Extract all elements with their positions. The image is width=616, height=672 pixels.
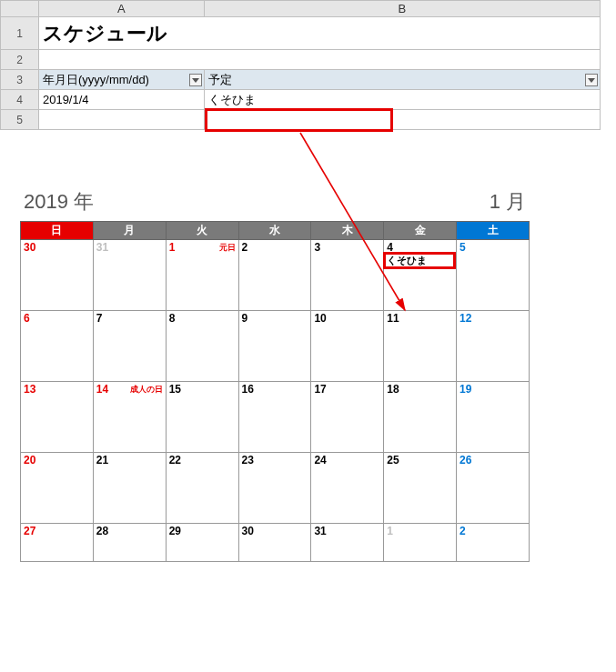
daynum: 18 [387,383,453,396]
day-cell[interactable]: 29 [166,524,238,562]
day-cell[interactable]: 17 [311,382,384,453]
daynum: 26 [459,454,526,466]
day-cell[interactable]: 18 [384,382,457,453]
daynum: 1 [387,525,453,537]
filter-dropdown-icon[interactable] [585,74,598,86]
calendar-month-label: 1 月 [490,188,526,216]
daynum: 27 [24,525,90,537]
day-cell[interactable]: 1元日 [166,240,238,311]
cell-date-value[interactable]: 2019/1/4 [38,90,204,110]
day-cell[interactable]: 9 [238,311,311,382]
day-cell[interactable]: 5 [457,240,530,311]
daynum: 2 [459,525,526,537]
daynum: 5 [459,241,526,254]
row-header-1[interactable]: 1 [1,17,39,50]
day-cell[interactable]: 13 [21,382,94,453]
dow-mon: 月 [93,222,166,240]
daynum: 31 [314,525,380,537]
header-event-label: 予定 [208,73,232,86]
daynum: 8 [169,312,236,325]
day-cell[interactable]: 12 [457,311,530,382]
page-title: スケジュール [43,22,167,45]
day-cell[interactable]: 8 [166,311,238,382]
daynum: 7 [96,312,163,325]
day-cell[interactable]: 28 [93,524,166,562]
day-cell[interactable]: 19 [457,382,530,453]
day-cell[interactable]: 6 [21,311,94,382]
calendar-table: 日 月 火 水 木 金 土 30 31 1元日 2 3 4くそひま 5 6 7 … [20,221,530,562]
dow-thu: 木 [311,222,384,240]
column-header-B[interactable]: B [204,1,600,17]
daynum: 28 [96,525,163,537]
day-cell[interactable]: 22 [166,453,238,524]
day-cell[interactable]: 16 [238,382,311,453]
daynum: 3 [314,241,380,254]
day-cell[interactable]: 30 [21,240,94,311]
cell-A5[interactable] [38,110,204,130]
day-cell[interactable]: 21 [93,453,166,524]
day-cell[interactable]: 7 [93,311,166,382]
column-header-A[interactable]: A [38,1,204,17]
cell-title[interactable]: スケジュール [38,17,600,50]
filter-dropdown-icon[interactable] [189,74,202,86]
day-cell[interactable]: 24 [311,453,384,524]
daynum: 30 [242,525,308,537]
row-header-4[interactable]: 4 [1,90,39,110]
day-cell[interactable]: 31 [93,240,166,311]
daynum: 31 [96,241,163,254]
daynum: 9 [242,312,308,325]
calendar-year-label: 2019 年 [24,188,94,216]
row-header-5[interactable]: 5 [1,110,39,130]
cell-A2B2[interactable] [38,50,600,70]
day-cell[interactable]: 23 [238,453,311,524]
cell-event-value[interactable]: くそひま [204,90,600,110]
day-cell[interactable]: 10 [311,311,384,382]
daynum: 4 [387,241,453,254]
day-cell[interactable]: 2 [238,240,311,311]
day-cell[interactable]: 4くそひま [384,240,457,311]
cell-B5[interactable] [204,110,600,130]
day-cell[interactable]: 30 [238,524,311,562]
daynum: 21 [96,454,163,466]
dow-tue: 火 [166,222,238,240]
dow-sat: 土 [457,222,530,240]
daynum: 25 [387,454,453,466]
daynum: 19 [459,383,526,396]
spreadsheet-grid: A B 1 スケジュール 2 3 年月日(yyyy/mm/dd) 予定 4 20… [0,0,601,130]
day-cell[interactable]: 2 [457,524,530,562]
daynum: 16 [242,383,308,396]
day-cell[interactable]: 14成人の日 [93,382,166,453]
select-all-corner[interactable] [1,1,39,17]
daynum: 15 [169,383,236,396]
daynum: 22 [169,454,236,466]
day-cell[interactable]: 15 [166,382,238,453]
holiday-label: 元日 [219,242,236,254]
daynum: 12 [459,312,526,325]
day-cell[interactable]: 26 [457,453,530,524]
day-cell[interactable]: 31 [311,524,384,562]
day-cell[interactable]: 27 [21,524,94,562]
dow-sun: 日 [21,222,94,240]
row-header-2[interactable]: 2 [1,50,39,70]
daynum: 10 [314,312,380,325]
header-date-label: 年月日(yyyy/mm/dd) [43,73,149,86]
day-cell[interactable]: 11 [384,311,457,382]
day-cell[interactable]: 20 [21,453,94,524]
dow-wed: 水 [238,222,311,240]
row-header-3[interactable]: 3 [1,70,39,90]
table-header-date[interactable]: 年月日(yyyy/mm/dd) [38,70,204,90]
daynum: 17 [314,383,380,396]
calendar: 2019 年 1 月 日 月 火 水 木 金 土 30 31 1元日 2 3 4… [20,188,530,562]
event-text: くそひま [387,255,453,267]
table-header-event[interactable]: 予定 [204,70,600,90]
daynum: 24 [314,454,380,466]
dow-fri: 金 [384,222,457,240]
daynum: 6 [24,312,90,325]
holiday-label: 成人の日 [130,384,163,396]
daynum: 30 [24,241,90,254]
day-cell[interactable]: 1 [384,524,457,562]
daynum: 11 [387,312,453,325]
daynum: 2 [242,241,308,254]
day-cell[interactable]: 3 [311,240,384,311]
day-cell[interactable]: 25 [384,453,457,524]
